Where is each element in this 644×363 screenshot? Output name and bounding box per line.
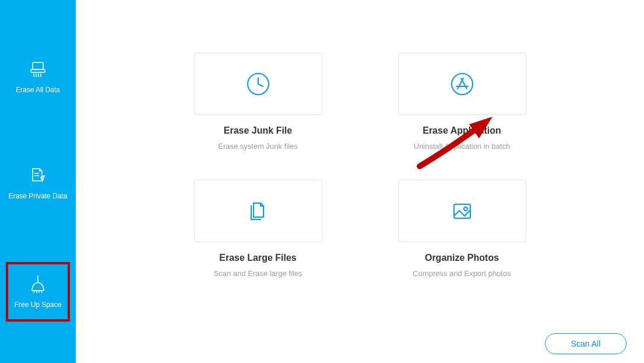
document-privacy-icon xyxy=(29,166,47,185)
card-erase-application[interactable]: Erase Application Uninstall Application … xyxy=(398,53,526,151)
card-icon-box xyxy=(398,53,526,115)
card-title: Erase Large Files xyxy=(219,253,297,263)
sidebar-item-label: Free Up Space xyxy=(15,301,62,309)
svg-rect-1 xyxy=(31,69,45,72)
scan-all-button[interactable]: Scan All xyxy=(545,333,627,354)
svg-line-16 xyxy=(258,84,263,86)
card-grid: Erase Junk File Erase system Junk files … xyxy=(99,53,621,278)
card-desc: Compress and Export photos xyxy=(413,269,511,278)
svg-line-10 xyxy=(34,291,34,293)
files-icon xyxy=(245,198,271,224)
card-icon-box xyxy=(194,180,322,242)
sidebar-item-erase-private-data[interactable]: Erase Private Data xyxy=(6,156,70,211)
sidebar-item-erase-all-data[interactable]: Erase All Data xyxy=(6,50,70,104)
card-title: Organize Photos xyxy=(425,253,499,263)
card-desc: Uninstall Application in batch xyxy=(414,142,511,151)
card-title: Erase Application xyxy=(423,125,501,136)
card-erase-large-files[interactable]: Erase Large Files Scan and Erase large f… xyxy=(194,180,322,278)
card-organize-photos[interactable]: Organize Photos Compress and Export phot… xyxy=(398,180,526,278)
card-icon-box xyxy=(194,53,322,115)
svg-rect-0 xyxy=(33,62,43,69)
sidebar-item-free-up-space[interactable]: Free Up Space xyxy=(6,262,70,322)
sidebar-item-label: Erase Private Data xyxy=(9,192,68,200)
card-desc: Scan and Erase large files xyxy=(214,269,302,278)
broom-icon xyxy=(29,275,47,294)
svg-rect-18 xyxy=(454,204,470,218)
photo-icon xyxy=(449,198,475,224)
shredder-icon xyxy=(29,60,47,79)
sidebar: Erase All Data Erase Private Data xyxy=(0,0,76,363)
appstore-icon xyxy=(449,71,475,97)
svg-line-13 xyxy=(41,291,42,293)
svg-point-19 xyxy=(464,207,467,211)
clock-icon xyxy=(245,71,271,97)
svg-point-17 xyxy=(452,74,473,95)
sidebar-item-label: Erase All Data xyxy=(16,86,60,94)
card-desc: Erase system Junk files xyxy=(218,142,298,151)
card-icon-box xyxy=(398,180,526,242)
card-erase-junk-file[interactable]: Erase Junk File Erase system Junk files xyxy=(194,53,322,151)
scan-all-label: Scan All xyxy=(571,339,601,348)
main-content: Erase Junk File Erase system Junk files … xyxy=(76,0,644,363)
card-title: Erase Junk File xyxy=(224,125,292,136)
